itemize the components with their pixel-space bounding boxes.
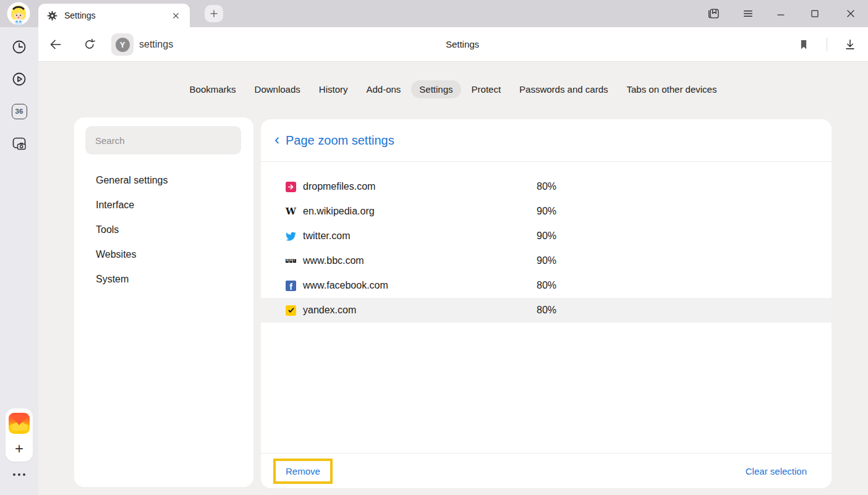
facebook-favicon-icon: f — [286, 281, 296, 291]
yandex-logo-icon: Y — [116, 38, 130, 52]
download-icon[interactable] — [841, 36, 859, 53]
remove-highlight-annotation: Remove — [273, 459, 333, 484]
search-input[interactable] — [85, 126, 241, 154]
site-row-dropmefiles-com[interactable]: dropmefiles.com 80% — [261, 174, 832, 199]
back-icon[interactable] — [47, 36, 64, 53]
reload-icon[interactable] — [81, 36, 98, 53]
gear-icon — [47, 11, 57, 21]
close-window-icon[interactable] — [842, 5, 859, 22]
toolbar-page-title: Settings — [446, 27, 479, 61]
site-name: twitter.com — [303, 231, 537, 242]
sidebar-menu: General settingsInterfaceToolsWebsitesSy… — [74, 168, 253, 292]
list-empty-space — [261, 323, 832, 453]
nav-tab-passwords-and-cards[interactable]: Passwords and cards — [511, 80, 616, 98]
site-name: www.facebook.com — [303, 280, 537, 291]
new-tab-button[interactable] — [205, 5, 223, 22]
site-name: en.wikipedia.org — [303, 206, 537, 217]
sidebar-item-system[interactable]: System — [74, 267, 253, 292]
play-media-icon[interactable] — [11, 71, 27, 87]
site-zoom-value: 90% — [537, 255, 556, 266]
remove-button[interactable]: Remove — [286, 466, 320, 476]
browser-tab-settings[interactable]: Settings — [38, 4, 190, 27]
tab-close-icon[interactable] — [170, 10, 181, 21]
yandex-search-badge[interactable]: Y — [111, 33, 134, 56]
site-zoom-value: 90% — [537, 206, 556, 217]
bbc-favicon-icon: BBC — [286, 256, 296, 266]
tab-strip: Settings — [0, 0, 868, 27]
site-name: yandex.com — [303, 305, 537, 316]
tab-count: 36 — [12, 104, 27, 119]
site-zoom-value: 80% — [537, 181, 556, 192]
site-row-www-facebook-com[interactable]: f www.facebook.com 80% — [261, 273, 832, 298]
nav-tab-settings[interactable]: Settings — [411, 80, 461, 98]
sidebar-item-tools[interactable]: Tools — [74, 218, 253, 242]
tab-counter-button[interactable]: 36 — [11, 103, 27, 119]
tab-panel-icon[interactable] — [705, 5, 722, 22]
zoom-site-list: dropmefiles.com 80% W en.wikipedia.org 9… — [261, 162, 832, 323]
settings-nav: BookmarksDownloadsHistoryAdd-onsSettings… — [38, 78, 868, 100]
minimize-icon[interactable] — [772, 5, 789, 22]
sidebar-item-interface[interactable]: Interface — [74, 193, 253, 218]
menu-icon[interactable] — [739, 5, 757, 22]
yandex-mail-icon[interactable] — [9, 413, 30, 434]
nav-tab-history[interactable]: History — [311, 80, 356, 98]
site-row-twitter-com[interactable]: twitter.com 90% — [261, 224, 832, 248]
list-footer: Remove Clear selection — [261, 453, 832, 488]
twitter-favicon-icon — [286, 231, 296, 242]
settings-sidebar: General settingsInterfaceToolsWebsitesSy… — [74, 117, 253, 487]
site-row-yandex-com[interactable]: yandex.com 80% — [261, 298, 832, 323]
clear-selection-button[interactable]: Clear selection — [746, 466, 807, 476]
pinned-apps-panel: + — [6, 408, 33, 462]
maximize-icon[interactable] — [806, 5, 823, 22]
site-zoom-value: 80% — [537, 280, 556, 291]
sidebar-item-websites[interactable]: Websites — [74, 242, 253, 267]
browser-toolbar: Y settings Settings — [38, 27, 868, 62]
yandex-favicon-icon — [286, 305, 296, 316]
add-app-button[interactable]: + — [6, 438, 33, 459]
sidebar-item-general-settings[interactable]: General settings — [74, 168, 253, 193]
site-zoom-value: 90% — [537, 231, 556, 242]
page-zoom-header[interactable]: ‹ Page zoom settings — [261, 119, 832, 162]
browser-window: Settings — [0, 0, 868, 495]
back-chevron-icon[interactable]: ‹ — [271, 132, 286, 149]
sidebar-rail: 36 + — [0, 27, 38, 495]
nav-tab-downloads[interactable]: Downloads — [247, 80, 308, 98]
page-title[interactable]: Page zoom settings — [286, 133, 394, 148]
history-clock-icon[interactable] — [11, 39, 27, 55]
nav-tab-protect[interactable]: Protect — [464, 80, 509, 98]
screenshot-camera-icon[interactable] — [11, 135, 27, 151]
site-row-en-wikipedia-org[interactable]: W en.wikipedia.org 90% — [261, 199, 832, 224]
site-name: www.bbc.com — [303, 255, 537, 266]
bookmark-icon[interactable] — [795, 36, 812, 53]
dropmefiles-favicon-icon — [286, 182, 296, 192]
page-zoom-panel: ‹ Page zoom settings dropmefiles.com 80%… — [261, 119, 832, 488]
nav-tab-bookmarks[interactable]: Bookmarks — [182, 80, 244, 98]
site-zoom-value: 80% — [537, 305, 556, 316]
nav-tab-add-ons[interactable]: Add-ons — [358, 80, 409, 98]
profile-avatar[interactable] — [7, 2, 30, 25]
address-bar-text[interactable]: settings — [139, 27, 173, 61]
wikipedia-favicon-icon: W — [286, 206, 296, 217]
tab-title: Settings — [64, 11, 170, 20]
site-name: dropmefiles.com — [303, 181, 537, 192]
nav-tab-tabs-on-other-devices[interactable]: Tabs on other devices — [619, 80, 725, 98]
more-options-icon[interactable] — [0, 473, 38, 476]
toolbar-divider — [827, 38, 827, 51]
site-row-www-bbc-com[interactable]: BBC www.bbc.com 90% — [261, 248, 832, 273]
